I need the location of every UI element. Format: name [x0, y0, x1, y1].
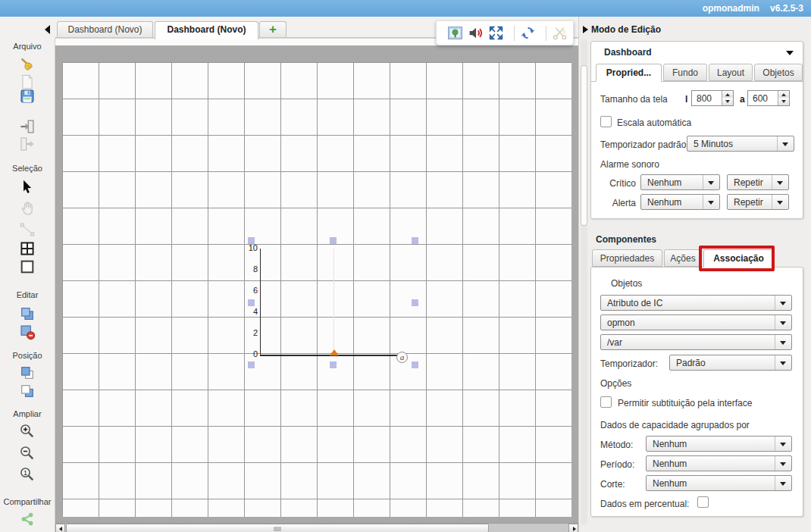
chevron-down-icon [775, 315, 791, 330]
scroll-left-button[interactable] [55, 524, 65, 532]
method-select[interactable]: Nenhum [646, 436, 792, 452]
scroll-right-button[interactable] [568, 524, 578, 532]
cut-icon[interactable] [552, 25, 568, 41]
selected-value: Atributo de IC [607, 298, 662, 308]
auto-scale-label: Escala automática [617, 117, 691, 128]
zoom-in-icon[interactable] [19, 423, 36, 440]
export-icon[interactable] [19, 136, 36, 152]
chevron-down-icon [775, 296, 791, 310]
tab-layout[interactable]: Layout [709, 64, 753, 81]
collapse-section-icon[interactable] [786, 51, 794, 55]
chevron-down-icon [775, 355, 791, 370]
canvas-horizontal-scrollbar [55, 523, 578, 532]
alert-repeat-select[interactable]: Repetir [727, 194, 789, 210]
tab-acoes[interactable]: Ações [664, 249, 702, 267]
tab-dashboard-1[interactable]: Dashboard (Novo) [57, 21, 153, 39]
height-value: 600 [753, 93, 768, 104]
objects-label: Objetos [611, 278, 642, 289]
section-label-selecao: Seleção [0, 164, 55, 173]
tabs-scroll-left-icon[interactable] [45, 25, 50, 34]
resize-handle[interactable] [412, 361, 418, 368]
rect-select-icon[interactable] [19, 258, 36, 275]
width-stepper[interactable]: 800 [691, 90, 734, 106]
dashboard-canvas[interactable]: 10 8 6 4 2 0 a [55, 38, 578, 523]
tab-dashboard-2-active[interactable]: Dashboard (Novo) [155, 21, 258, 39]
dashboard-page-grid[interactable]: 10 8 6 4 2 0 a [62, 62, 571, 517]
percent-checkbox[interactable] [697, 496, 709, 508]
critical-label: Crítico [601, 178, 636, 189]
alert-sound-select[interactable]: Nenhum [640, 194, 720, 210]
spin-down-button[interactable] [778, 98, 789, 105]
cut-select[interactable]: Nenhum [646, 475, 792, 491]
width-prefix-label: l [685, 94, 687, 105]
object-service-select[interactable]: /var [600, 334, 792, 350]
pan-hand-icon[interactable] [19, 200, 36, 217]
chevron-down-icon [703, 175, 719, 189]
chevron-down-icon [775, 335, 791, 349]
height-prefix-label: a [740, 94, 745, 105]
critical-repeat-select[interactable]: Repetir [727, 174, 789, 190]
timer-select[interactable]: Padrão [669, 355, 792, 371]
tab-fundo[interactable]: Fundo [663, 64, 707, 81]
section-label-arquivo: Arquivo [0, 42, 55, 51]
selected-value: Nenhum [647, 197, 681, 208]
scrollbar-grip [274, 527, 281, 531]
fullscreen-icon[interactable] [488, 25, 504, 41]
multi-select-icon[interactable] [19, 240, 36, 257]
edit-mode-title: Modo de Edição [591, 24, 661, 35]
chevron-down-icon [777, 136, 794, 151]
options-label: Opções [600, 378, 631, 389]
sound-icon[interactable] [468, 25, 484, 41]
zoom-out-icon[interactable] [19, 445, 36, 462]
delete-icon[interactable] [19, 324, 36, 340]
selected-value: Repetir [734, 177, 763, 188]
clean-icon[interactable] [19, 56, 36, 73]
resize-handle[interactable] [330, 361, 337, 368]
collapse-panel-icon[interactable] [583, 26, 588, 33]
resize-handle[interactable] [330, 237, 337, 244]
resize-handle[interactable] [412, 237, 418, 244]
chart-x-axis [260, 355, 397, 356]
tab-propriedades[interactable]: Propried... [596, 64, 662, 82]
selected-value: opmon [607, 318, 635, 328]
tab-propriedades-comp[interactable]: Propriedades [592, 249, 662, 267]
section-label-posicao: Posição [0, 351, 55, 360]
resize-handle[interactable] [248, 361, 255, 368]
background-image-icon[interactable] [447, 25, 463, 41]
spin-down-button[interactable] [722, 98, 733, 105]
top-bar: opmonadmin v6.2.5-3 [0, 0, 811, 17]
sound-alarm-label: Alarme sonoro [600, 159, 659, 170]
send-to-back-icon[interactable] [19, 383, 36, 399]
components-section-title: Componentes [596, 234, 656, 245]
default-timer-select[interactable]: 5 Minutos [687, 136, 794, 152]
import-icon[interactable] [19, 118, 36, 135]
cursor-icon[interactable] [19, 179, 36, 196]
bring-to-front-icon[interactable] [19, 365, 36, 381]
height-stepper[interactable]: 600 [747, 90, 790, 106]
add-tab-button[interactable]: + [259, 21, 287, 39]
tab-objetos[interactable]: Objetos [754, 64, 803, 81]
edit-panel: Modo de Edição Dashboard Propried... Fun… [578, 17, 811, 532]
scrollbar-thumb[interactable] [66, 524, 489, 532]
opmon-dashboard-editor: opmonadmin v6.2.5-3 Dashboard (Novo) Das… [0, 0, 811, 532]
plus-icon: + [269, 22, 277, 36]
save-icon[interactable] [19, 88, 36, 105]
selected-value: Padrão [676, 358, 706, 368]
dashboard-section-title: Dashboard [604, 47, 652, 58]
zoom-reset-icon[interactable]: 1 [19, 466, 36, 483]
share-icon[interactable] [19, 511, 36, 527]
refresh-icon[interactable] [520, 25, 536, 41]
auto-scale-checkbox[interactable] [600, 116, 612, 127]
copy-icon[interactable] [19, 305, 36, 322]
object-host-select[interactable]: opmon [600, 315, 792, 330]
critical-sound-select[interactable]: Nenhum [640, 174, 720, 190]
period-select[interactable]: Nenhum [646, 455, 792, 471]
allow-override-checkbox[interactable] [600, 396, 612, 408]
tab-associacao-active[interactable]: Associação [703, 249, 774, 268]
resize-handle[interactable] [248, 299, 255, 306]
line-tool-icon[interactable] [19, 221, 36, 238]
chart-widget[interactable]: 10 8 6 4 2 0 a [252, 241, 415, 365]
panel-scrollbar-thumb[interactable] [581, 65, 587, 226]
object-type-select[interactable]: Atributo de IC [600, 295, 792, 311]
resize-handle[interactable] [412, 299, 418, 306]
